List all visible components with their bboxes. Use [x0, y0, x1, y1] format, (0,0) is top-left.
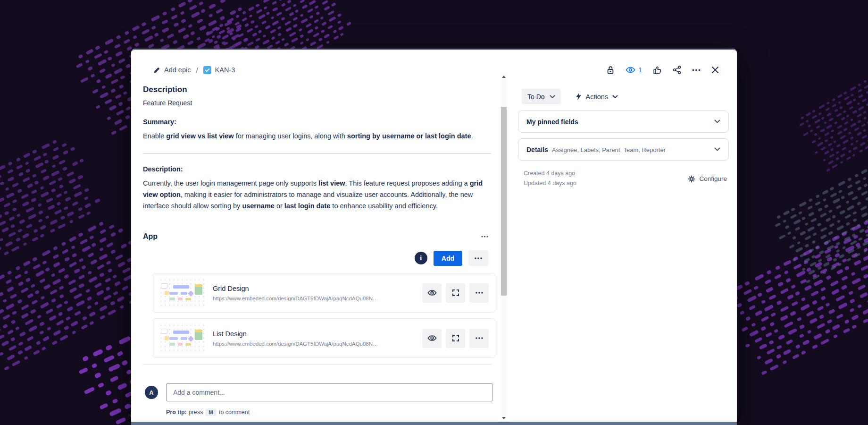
attachment-card-text: Grid Design https://www.embeded.com/desi…: [213, 285, 422, 301]
created-date: Created 4 days ago: [524, 169, 576, 178]
details-fields-summary: Assignee, Labels, Parent, Team, Reporter: [552, 146, 666, 153]
description-title: Description: [143, 85, 497, 94]
actions-label: Actions: [586, 93, 609, 101]
description-text: Currently, the user login management pag…: [143, 179, 318, 187]
scrollbar-down-arrow[interactable]: [500, 414, 508, 422]
status-dropdown[interactable]: To Do: [522, 89, 561, 104]
user-avatar: A: [145, 386, 158, 399]
unlock-icon[interactable]: [606, 66, 615, 75]
description-bold: username: [242, 202, 275, 210]
issue-modal: Add epic / KAN-3 1: [131, 49, 737, 425]
attachment-actions: [422, 329, 489, 348]
actions-dropdown[interactable]: Actions: [576, 93, 618, 101]
status-row: To Do Actions: [522, 89, 729, 104]
summary-text: for managing user logins, along with: [234, 132, 347, 140]
status-label: To Do: [527, 93, 545, 101]
preview-eye-button[interactable]: [422, 283, 442, 303]
add-epic-button[interactable]: Add epic: [153, 66, 191, 74]
close-icon[interactable]: [711, 66, 719, 74]
summary-bold: sorting by username or last login date: [347, 132, 471, 140]
content-scrollbar[interactable]: [500, 73, 508, 422]
protip-press: press: [189, 409, 203, 416]
updated-date: Updated 4 days ago: [524, 178, 576, 188]
watchers-eye-icon: [626, 66, 635, 74]
scrollbar-thumb[interactable]: [501, 107, 507, 296]
modal-header: Add epic / KAN-3 1: [153, 63, 719, 76]
attachment-thumbnail: [159, 278, 205, 308]
configure-button[interactable]: Configure: [688, 169, 727, 188]
description-paragraph: Currently, the user login management pag…: [143, 178, 492, 212]
issue-sidebar: To Do Actions My pinned fields: [518, 89, 729, 188]
modal-bottom-edge: [131, 422, 737, 425]
chevron-down-icon: [612, 95, 618, 99]
attachment-actions: [422, 283, 489, 303]
issue-meta: Created 4 days ago Updated 4 days ago Co…: [518, 169, 729, 188]
attachment-title: List Design: [213, 330, 422, 338]
summary-text: .: [471, 132, 473, 140]
pinned-fields-label: My pinned fields: [526, 118, 578, 126]
pinned-fields-panel[interactable]: My pinned fields: [518, 110, 729, 133]
issue-key-label: KAN-3: [215, 66, 235, 74]
share-icon[interactable]: [673, 66, 681, 74]
protip-suffix: to comment: [219, 409, 250, 416]
chevron-down-icon: [550, 95, 555, 99]
pencil-icon: [153, 67, 160, 74]
description-heading: Description:: [143, 165, 497, 173]
protip-label: Pro tip:: [166, 409, 187, 416]
embed-more-button[interactable]: [468, 250, 488, 266]
more-icon[interactable]: [692, 69, 701, 71]
like-icon[interactable]: [653, 66, 662, 75]
summary-bold: grid view vs list view: [166, 132, 234, 140]
issue-content: Description Feature Request Summary: Ena…: [143, 85, 497, 416]
comment-composer: A: [143, 383, 497, 401]
attachment-card-list-design[interactable]: List Design https://www.embeded.com/desi…: [153, 318, 495, 358]
description-text: to enhance usability and efficiency.: [330, 202, 438, 210]
app-more-icon[interactable]: [481, 236, 488, 238]
attachment-title: Grid Design: [213, 285, 422, 292]
issue-dates: Created 4 days ago Updated 4 days ago: [524, 169, 576, 188]
comment-divider: [143, 364, 492, 365]
details-panel-text: Details Assignee, Labels, Parent, Team, …: [526, 146, 666, 153]
watch-count: 1: [638, 66, 642, 74]
attachment-url: https://www.embeded.com/design/DAGT5fDWa…: [213, 296, 380, 301]
attachment-url: https://www.embeded.com/design/DAGT5fDWa…: [213, 341, 380, 347]
attachment-more-button[interactable]: [469, 329, 489, 348]
comment-input[interactable]: [166, 383, 493, 401]
chevron-down-icon: [714, 147, 720, 152]
preview-eye-button[interactable]: [422, 329, 442, 348]
details-label: Details: [526, 146, 548, 153]
breadcrumb-separator: /: [196, 66, 198, 74]
summary-text: Enable: [143, 132, 166, 140]
details-panel[interactable]: Details Assignee, Labels, Parent, Team, …: [518, 138, 729, 161]
app-section-title: App: [143, 232, 158, 241]
scrollbar-up-arrow[interactable]: [500, 73, 508, 80]
chevron-down-icon: [714, 119, 720, 124]
app-section-header: App: [143, 232, 488, 241]
embed-controls: i Add: [143, 250, 488, 266]
add-button[interactable]: Add: [434, 251, 462, 266]
description-text: or: [275, 202, 284, 210]
summary-paragraph: Enable grid view vs list view for managi…: [143, 130, 492, 142]
attachment-thumbnail: [159, 323, 205, 353]
add-epic-label: Add epic: [164, 66, 191, 74]
toolbar: 1: [606, 66, 719, 75]
keyboard-key-badge: M: [205, 408, 217, 416]
configure-label: Configure: [699, 175, 727, 182]
lightning-bolt-icon: [576, 93, 582, 101]
issue-key-link[interactable]: KAN-3: [203, 66, 235, 74]
attachment-card-grid-design[interactable]: Grid Design https://www.embeded.com/desi…: [153, 273, 495, 313]
expand-fullscreen-button[interactable]: [446, 283, 465, 303]
summary-heading: Summary:: [143, 118, 497, 126]
watchers-control[interactable]: 1: [626, 66, 642, 74]
comment-protip: Pro tip: press M to comment: [166, 408, 497, 416]
expand-fullscreen-button[interactable]: [446, 329, 465, 348]
description-bold: list view: [318, 179, 345, 187]
attachment-more-button[interactable]: [469, 283, 489, 303]
gear-icon: [688, 175, 695, 183]
task-checkbox-icon: [203, 66, 211, 74]
section-divider: [143, 153, 491, 154]
description-text: . This feature request proposes adding a: [345, 179, 470, 187]
attachment-list: Grid Design https://www.embeded.com/desi…: [153, 273, 495, 358]
info-icon[interactable]: i: [415, 252, 427, 264]
attachment-card-text: List Design https://www.embeded.com/desi…: [213, 330, 422, 347]
